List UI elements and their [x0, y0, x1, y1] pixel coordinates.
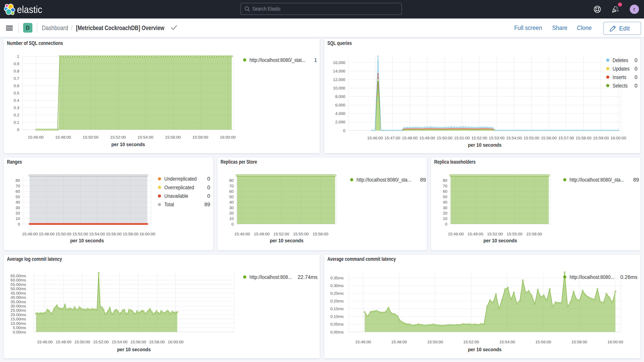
svg-text:55.00ms: 55.00ms [10, 282, 26, 287]
svg-text:0: 0 [17, 128, 19, 132]
svg-text:25.00ms: 25.00ms [10, 308, 26, 312]
svg-text:0: 0 [634, 83, 638, 89]
svg-text:20: 20 [443, 211, 447, 215]
svg-text:15:48:00: 15:48:00 [391, 340, 407, 344]
svg-text:15:56:00: 15:56:00 [130, 340, 146, 344]
svg-text:15:57:00: 15:57:00 [558, 136, 574, 140]
svg-text:10: 10 [443, 216, 447, 221]
svg-text:0.00ms: 0.00ms [330, 330, 344, 334]
svg-text:20: 20 [229, 211, 234, 215]
svg-text:0.15ms: 0.15ms [330, 306, 344, 311]
svg-text:15:55:00: 15:55:00 [507, 232, 522, 236]
svg-text:0: 0 [634, 58, 638, 63]
svg-text:10: 10 [229, 216, 234, 221]
svg-text:20.00ms: 20.00ms [10, 312, 26, 317]
svg-text:30: 30 [443, 206, 447, 210]
svg-text:15:56:00: 15:56:00 [106, 232, 122, 236]
svg-text:15:49:00: 15:49:00 [419, 136, 435, 140]
svg-text:70: 70 [443, 184, 447, 188]
svg-text:15:58:00: 15:58:00 [526, 232, 542, 236]
svg-text:30.00ms: 30.00ms [10, 304, 26, 308]
svg-text:Underreplicated: Underreplicated [164, 176, 197, 182]
svg-text:15:46:00: 15:46:00 [37, 340, 53, 344]
svg-text:0.6: 0.6 [14, 84, 19, 88]
svg-text:70: 70 [16, 184, 20, 188]
svg-text:15:46:00: 15:46:00 [367, 136, 383, 140]
svg-text:2,000: 2,000 [335, 120, 345, 124]
svg-text:15:54:00: 15:54:00 [138, 135, 153, 139]
svg-text:15:56:00: 15:56:00 [536, 340, 551, 344]
svg-text:15:52:00: 15:52:00 [110, 135, 126, 139]
svg-text:15:46:00: 15:46:00 [22, 232, 38, 236]
svg-text:40: 40 [229, 200, 234, 204]
svg-text:5.00ms: 5.00ms [13, 326, 26, 330]
svg-text:15:56:00: 15:56:00 [165, 135, 181, 139]
svg-text:http://localhost:8080/_sta...: http://localhost:8080/_sta... [356, 177, 411, 183]
svg-text:http://localhost:8080...: http://localhost:8080... [570, 274, 614, 280]
svg-text:0: 0 [18, 222, 20, 226]
svg-text:0.1: 0.1 [14, 120, 19, 124]
svg-text:89: 89 [633, 177, 639, 183]
svg-text:0.35ms: 0.35ms [330, 276, 344, 280]
svg-text:per 10 seconds: per 10 seconds [468, 347, 502, 352]
svg-text:0.20ms: 0.20ms [330, 299, 344, 303]
svg-text:80: 80 [229, 178, 234, 182]
svg-text:30: 30 [229, 206, 234, 210]
svg-text:15:46:00: 15:46:00 [448, 232, 464, 236]
svg-text:Unavailable: Unavailable [164, 193, 188, 199]
svg-text:15:58:00: 15:58:00 [192, 135, 208, 139]
svg-text:http://localhost:808...: http://localhost:808... [250, 274, 292, 280]
svg-text:Total: Total [164, 202, 174, 208]
svg-text:70: 70 [229, 184, 234, 188]
svg-text:0.2: 0.2 [14, 113, 19, 117]
svg-text:65.00ms: 65.00ms [10, 274, 26, 278]
svg-text:60: 60 [229, 189, 234, 194]
svg-text:15:50:00: 15:50:00 [83, 135, 98, 139]
svg-text:16:00:00: 16:00:00 [168, 340, 184, 344]
svg-text:per 10 seconds: per 10 seconds [484, 238, 517, 244]
svg-text:15:47:00: 15:47:00 [384, 136, 400, 140]
svg-text:15:54:00: 15:54:00 [500, 340, 515, 344]
svg-text:60.00ms: 60.00ms [10, 278, 26, 282]
svg-text:15:58:00: 15:58:00 [123, 232, 138, 236]
svg-text:15:46:00: 15:46:00 [355, 340, 371, 344]
svg-text:http://localhost:8080/_stat...: http://localhost:8080/_stat... [250, 57, 306, 63]
svg-text:1: 1 [314, 57, 317, 63]
svg-text:12,000: 12,000 [333, 77, 345, 82]
svg-text:16:00:00: 16:00:00 [220, 135, 236, 139]
svg-text:80: 80 [443, 178, 447, 182]
svg-text:80: 80 [16, 178, 20, 182]
svg-text:0: 0 [445, 222, 447, 226]
svg-text:15:50:00: 15:50:00 [74, 340, 90, 344]
svg-text:40.00ms: 40.00ms [10, 295, 26, 300]
svg-text:15:52:00: 15:52:00 [472, 136, 487, 140]
svg-text:15:50:00: 15:50:00 [437, 136, 452, 140]
svg-text:14,000: 14,000 [333, 69, 345, 73]
svg-text:per 10 seconds: per 10 seconds [468, 142, 502, 148]
svg-text:15:49:00: 15:49:00 [468, 232, 484, 236]
svg-text:15:56:00: 15:56:00 [541, 136, 557, 140]
svg-text:16,000: 16,000 [333, 60, 345, 65]
svg-text:0: 0 [207, 193, 210, 199]
svg-text:50: 50 [443, 194, 447, 199]
svg-text:0: 0 [207, 185, 210, 190]
svg-text:50.00ms: 50.00ms [10, 286, 26, 291]
svg-text:1: 1 [17, 54, 19, 58]
svg-text:0.00ms: 0.00ms [13, 330, 26, 334]
svg-text:15:58:00: 15:58:00 [576, 136, 592, 140]
svg-text:0.26ms: 0.26ms [620, 274, 638, 280]
svg-text:Overreplicated: Overreplicated [164, 184, 194, 190]
svg-text:0: 0 [634, 66, 638, 72]
svg-text:15:59:00: 15:59:00 [593, 136, 609, 140]
svg-text:15:55:00: 15:55:00 [524, 136, 539, 140]
svg-text:0.4: 0.4 [14, 98, 20, 102]
svg-text:0.30ms: 0.30ms [330, 283, 344, 288]
svg-text:0.3: 0.3 [14, 106, 19, 110]
svg-text:15:53:00: 15:53:00 [489, 136, 504, 140]
svg-text:60: 60 [16, 189, 20, 194]
svg-text:15:52:00: 15:52:00 [274, 232, 289, 236]
svg-text:15:54:00: 15:54:00 [506, 136, 522, 140]
svg-text:15:58:00: 15:58:00 [572, 340, 587, 344]
svg-text:per 10 seconds: per 10 seconds [111, 142, 145, 147]
svg-text:15:50:00: 15:50:00 [56, 232, 71, 236]
